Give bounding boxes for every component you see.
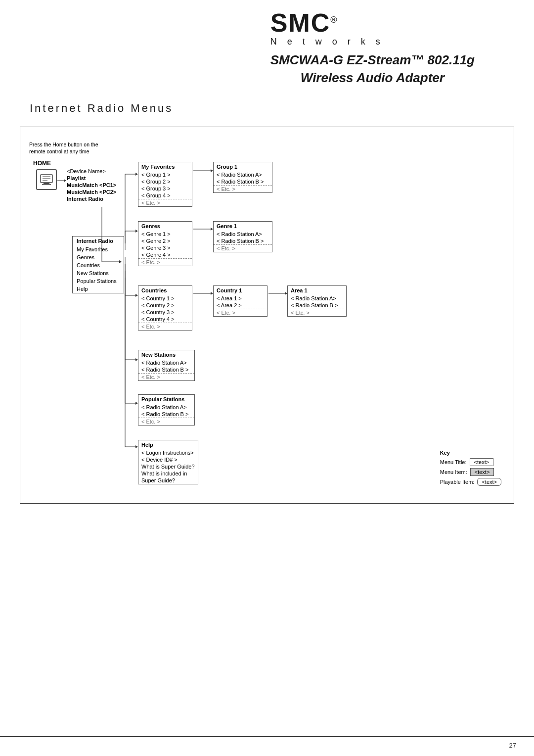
country2: < Country 2 > <box>138 302 192 309</box>
press-note: Press the Home button on the remote cont… <box>29 141 98 155</box>
ps-station-b: < Radio Station B > <box>138 411 194 418</box>
mf-group4: < Group 4 > <box>138 192 192 199</box>
help-device-id: < Device ID# > <box>138 456 198 463</box>
left-panel-countries: Countries <box>73 261 124 269</box>
left-panel-genres: Genres <box>73 253 124 261</box>
help-included: What is included in <box>138 470 198 477</box>
help-logon: < Logon Instructions> <box>138 449 198 456</box>
playlist-item: Playlist <box>65 175 118 182</box>
key-menu-title-label: Menu Title: <box>440 459 467 465</box>
key-title: Key <box>440 450 501 456</box>
genres-etc: < Etc. > <box>138 258 192 266</box>
ps-etc: < Etc. > <box>138 418 194 425</box>
key-menu-title-row: Menu Title: <text> <box>440 458 501 466</box>
svg-rect-2 <box>42 184 51 185</box>
logo-area: SMC® N e t w o r k s SMCWAA-G EZ-Stream™… <box>270 10 504 87</box>
left-panel-new-stations: New Stations <box>73 269 124 277</box>
new-stations-box: New Stations < Radio Station A> < Radio … <box>138 350 195 381</box>
g1-station-b: < Radio Station B > <box>214 178 272 185</box>
ps-station-a: < Radio Station A> <box>138 404 194 411</box>
area1-station-a: < Radio Station A> <box>288 295 346 302</box>
logo-networks: N e t w o r k s <box>270 37 504 47</box>
genre4: < Genre 4 > <box>138 251 192 258</box>
help-super-guide: What is Super Guide? <box>138 463 198 470</box>
internet-radio-item: Internet Radio <box>65 195 118 202</box>
group1-title: Group 1 <box>214 162 272 171</box>
genres-title: Genres <box>138 222 192 231</box>
new-stations-title: New Stations <box>138 350 194 359</box>
left-panel-help: Help <box>73 285 124 293</box>
product-name: SMCWAA-G EZ-Stream™ 802.11g Wireless Aud… <box>270 51 475 87</box>
countries-etc: < Etc. > <box>138 323 192 330</box>
area1-etc: < Etc. > <box>288 309 346 316</box>
key-menu-item-row: Menu Item: <text> <box>440 468 501 476</box>
country4: < Country 4 > <box>138 316 192 323</box>
svg-rect-1 <box>44 183 49 184</box>
left-panel-my-favorites: My Favorites <box>73 245 124 253</box>
diagram: Press the Home button on the remote cont… <box>25 137 509 493</box>
area1: < Area 1 > <box>214 295 267 302</box>
logo-reg: ® <box>330 15 338 25</box>
logo-smc: SMC® <box>270 10 504 36</box>
help-box: Help < Logon Instructions> < Device ID# … <box>138 440 198 484</box>
musicmatch-pc1-item: MusicMatch <PC1> <box>65 182 118 189</box>
genre3: < Genre 3 > <box>138 244 192 251</box>
left-panel-popular-stations: Popular Stations <box>73 277 124 285</box>
g1-station-a: < Radio Station A> <box>214 171 272 178</box>
genre1-station-a: < Radio Station A> <box>214 231 272 237</box>
genre1: < Genre 1 > <box>138 231 192 237</box>
mf-group1: < Group 1 > <box>138 171 192 178</box>
ns-station-a: < Radio Station A> <box>138 359 194 366</box>
country1-box: Country 1 < Area 1 > < Area 2 > < Etc. > <box>213 285 267 317</box>
area1-box: Area 1 < Radio Station A> < Radio Statio… <box>287 285 347 317</box>
header: SMC® N e t w o r k s SMCWAA-G EZ-Stream™… <box>0 0 534 87</box>
popular-stations-title: Popular Stations <box>138 395 194 404</box>
key-menu-item-value: <text> <box>470 468 494 476</box>
ns-station-b: < Radio Station B > <box>138 366 194 373</box>
home-label: HOME <box>33 160 51 167</box>
help-title: Help <box>138 440 198 449</box>
key-playable-value: <text> <box>477 478 501 486</box>
device-name-item: <Device Name> <box>65 168 118 175</box>
area1-box-title: Area 1 <box>288 286 346 295</box>
area1-station-b: < Radio Station B > <box>288 302 346 309</box>
country1-etc: < Etc. > <box>214 309 267 316</box>
mf-group3: < Group 3 > <box>138 185 192 192</box>
genre1-box: Genre 1 < Radio Station A> < Radio Stati… <box>213 221 272 252</box>
my-favorites-title: My Favorites <box>138 162 192 171</box>
left-panel: Internet Radio My Favorites Genres Count… <box>72 236 124 293</box>
key-playable-label: Playable Item: <box>440 479 475 485</box>
popular-stations-box: Popular Stations < Radio Station A> < Ra… <box>138 394 195 425</box>
country1-box-title: Country 1 <box>214 286 267 295</box>
musicmatch-pc2-item: MusicMatch <PC2> <box>65 189 118 195</box>
group1-box: Group 1 < Radio Station A> < Radio Stati… <box>213 162 272 193</box>
key-menu-item-label: Menu Item: <box>440 469 467 475</box>
col0-items: <Device Name> Playlist MusicMatch <PC1> … <box>65 168 118 202</box>
bottom-rule <box>0 736 534 737</box>
mf-etc: < Etc. > <box>138 199 192 206</box>
page: SMC® N e t w o r k s SMCWAA-G EZ-Stream™… <box>0 0 534 756</box>
country3: < Country 3 > <box>138 309 192 316</box>
device-icon <box>36 169 57 190</box>
mf-group2: < Group 2 > <box>138 178 192 185</box>
help-super-guide2: Super Guide? <box>138 477 198 484</box>
genre1-etc: < Etc. > <box>214 244 272 252</box>
country1: < Country 1 > <box>138 295 192 302</box>
diagram-container: Press the Home button on the remote cont… <box>20 127 514 504</box>
countries-box: Countries < Country 1 > < Country 2 > < … <box>138 285 192 331</box>
key-playable-row: Playable Item: <text> <box>440 478 501 486</box>
genre1-station-b: < Radio Station B > <box>214 237 272 244</box>
g1-etc: < Etc. > <box>214 185 272 192</box>
product-title: SMCWAA-G EZ-Stream™ 802.11g Wireless Aud… <box>270 51 504 87</box>
key-box: Key Menu Title: <text> Menu Item: <text>… <box>440 450 501 486</box>
key-menu-title-value: <text> <box>470 458 494 466</box>
genre2: < Genre 2 > <box>138 237 192 244</box>
area2: < Area 2 > <box>214 302 267 309</box>
section-title: Internet Radio Menus <box>30 102 504 117</box>
my-favorites-box: My Favorites < Group 1 > < Group 2 > < G… <box>138 162 192 207</box>
ns-etc: < Etc. > <box>138 373 194 380</box>
device-svg <box>40 173 53 187</box>
countries-title: Countries <box>138 286 192 295</box>
left-panel-title: Internet Radio <box>73 236 124 245</box>
genre1-box-title: Genre 1 <box>214 222 272 231</box>
